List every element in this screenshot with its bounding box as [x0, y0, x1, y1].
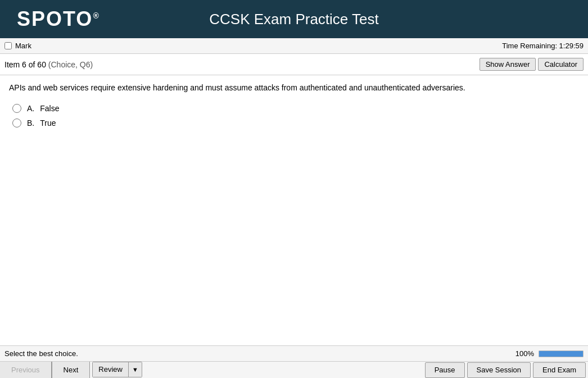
progress-fill — [539, 351, 583, 357]
option-a[interactable]: A. False — [12, 104, 579, 113]
option-b[interactable]: B. True — [12, 119, 579, 127]
end-exam-button[interactable]: End Exam — [533, 362, 586, 378]
review-button[interactable]: Review — [93, 362, 129, 377]
question-actions: Show Answer Calculator — [480, 58, 584, 71]
app-header: SPOTO® CCSK Exam Practice Test — [0, 0, 588, 38]
option-b-label: B. — [27, 119, 34, 127]
footer-right: Pause Save Session End Exam — [425, 362, 588, 378]
progress-percent: 100% — [515, 349, 534, 358]
option-b-text: True — [40, 119, 56, 127]
review-group: Review ▼ — [92, 362, 142, 377]
calculator-button[interactable]: Calculator — [538, 58, 584, 71]
footer-left: Previous Next Review ▼ — [0, 362, 142, 379]
logo: SPOTO® — [17, 7, 100, 31]
pause-button[interactable]: Pause — [425, 362, 465, 378]
app-title: CCSK Exam Practice Test — [209, 11, 379, 28]
next-button[interactable]: Next — [52, 362, 91, 379]
question-header: Item 6 of 60 (Choice, Q6) Show Answer Ca… — [0, 54, 588, 75]
option-a-text: False — [40, 104, 59, 113]
options-list: A. False B. True — [12, 104, 579, 127]
choice-label: (Choice, Q6) — [48, 60, 93, 69]
option-b-radio[interactable] — [12, 119, 21, 127]
show-answer-button[interactable]: Show Answer — [480, 58, 536, 71]
mark-label: Mark — [4, 42, 31, 50]
mark-checkbox[interactable] — [4, 42, 12, 49]
status-instruction: Select the best choice. — [4, 349, 78, 358]
review-dropdown-arrow[interactable]: ▼ — [129, 362, 142, 377]
status-bar: Select the best choice. 100% — [0, 345, 588, 361]
progress-area: 100% — [515, 349, 584, 358]
question-text: APIs and web services require extensive … — [9, 82, 579, 94]
save-session-button[interactable]: Save Session — [467, 362, 531, 378]
option-a-label: A. — [27, 104, 34, 113]
question-meta: Item 6 of 60 (Choice, Q6) — [4, 60, 93, 69]
question-content: APIs and web services require extensive … — [0, 75, 588, 345]
progress-bar — [539, 350, 584, 357]
footer: Previous Next Review ▼ Pause Save Sessio… — [0, 361, 588, 378]
mark-text: Mark — [15, 42, 31, 50]
mark-bar: Mark Time Remaining: 1:29:59 — [0, 38, 588, 54]
time-remaining: Time Remaining: 1:29:59 — [502, 42, 584, 50]
option-a-radio[interactable] — [12, 104, 21, 113]
previous-button[interactable]: Previous — [0, 362, 52, 379]
item-label: Item 6 of 60 — [4, 60, 46, 69]
